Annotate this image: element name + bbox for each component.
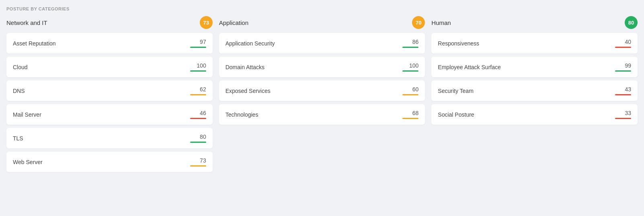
card-score-wrapper: 80: [187, 134, 206, 143]
score-bar: [190, 70, 206, 72]
card-score-wrapper: 68: [399, 110, 418, 119]
card-label: Security Team: [438, 88, 473, 94]
card-label: Responsiveness: [438, 40, 479, 47]
list-item[interactable]: Social Posture33: [431, 104, 638, 125]
column-badge-application: 70: [412, 16, 425, 29]
card-label: Employee Attack Surface: [438, 64, 500, 70]
list-item[interactable]: Cloud100: [6, 57, 213, 77]
card-score-value: 100: [197, 62, 206, 69]
column-title-human: Human: [431, 19, 451, 26]
card-score-wrapper: 99: [612, 62, 631, 72]
score-bar: [402, 47, 418, 48]
card-score-value: 86: [412, 39, 419, 45]
score-bar: [402, 70, 418, 72]
list-item[interactable]: TLS80: [6, 128, 213, 148]
card-score-wrapper: 33: [612, 110, 631, 119]
column-header-application: Application70: [219, 16, 425, 29]
card-label: Mail Server: [13, 111, 41, 118]
list-item[interactable]: Employee Attack Surface99: [431, 57, 638, 77]
card-label: Cloud: [13, 64, 28, 70]
card-score-value: 43: [625, 86, 631, 93]
card-score-wrapper: 40: [612, 39, 631, 48]
card-label: TLS: [13, 135, 23, 142]
score-bar: [615, 118, 631, 119]
score-bar: [402, 94, 418, 95]
column-network-it: Network and IT73Asset Reputation97Cloud1…: [6, 16, 213, 175]
card-label: Exposed Services: [226, 88, 271, 94]
card-score-wrapper: 97: [187, 39, 206, 48]
score-bar: [615, 47, 631, 48]
column-application: Application70Application Security86Domai…: [219, 16, 425, 175]
column-badge-human: 80: [625, 16, 638, 29]
score-bar: [615, 70, 631, 72]
card-label: Technologies: [226, 111, 258, 118]
card-label: Application Security: [226, 40, 275, 47]
column-header-network-it: Network and IT73: [6, 16, 213, 29]
list-item[interactable]: Domain Attacks100: [219, 57, 425, 77]
column-title-network-it: Network and IT: [6, 19, 47, 26]
list-item[interactable]: Web Server73: [6, 152, 213, 172]
card-score-wrapper: 60: [399, 86, 418, 95]
card-score-wrapper: 100: [399, 62, 418, 72]
card-score-value: 100: [409, 62, 418, 69]
card-score-value: 68: [412, 110, 419, 116]
list-item[interactable]: Exposed Services60: [219, 80, 425, 101]
score-bar: [402, 118, 418, 119]
score-bar: [190, 142, 206, 143]
section-title: POSTURE BY CATEGORIES: [6, 6, 638, 11]
card-score-wrapper: 100: [187, 62, 206, 72]
list-item[interactable]: Security Team43: [431, 80, 638, 101]
card-label: Social Posture: [438, 111, 474, 118]
card-score-wrapper: 46: [187, 110, 206, 119]
card-score-value: 80: [200, 134, 206, 140]
card-score-value: 60: [412, 86, 419, 93]
score-bar: [190, 94, 206, 95]
posture-section: POSTURE BY CATEGORIES Network and IT73As…: [6, 6, 638, 175]
card-score-value: 40: [625, 39, 631, 45]
list-item[interactable]: Asset Reputation97: [6, 33, 213, 53]
card-score-value: 62: [200, 86, 206, 93]
card-score-value: 46: [200, 110, 206, 116]
card-score-wrapper: 86: [399, 39, 418, 48]
score-bar: [190, 47, 206, 48]
card-score-value: 97: [200, 39, 206, 45]
card-label: Asset Reputation: [13, 40, 56, 47]
column-human: Human80Responsiveness40Employee Attack S…: [431, 16, 638, 175]
card-score-wrapper: 73: [187, 157, 206, 167]
score-bar: [190, 165, 206, 167]
column-badge-network-it: 73: [200, 16, 213, 29]
card-score-value: 33: [625, 110, 631, 116]
list-item[interactable]: DNS62: [6, 80, 213, 101]
list-item[interactable]: Mail Server46: [6, 104, 213, 125]
card-score-wrapper: 62: [187, 86, 206, 95]
column-header-human: Human80: [431, 16, 638, 29]
score-bar: [615, 94, 631, 95]
card-score-value: 99: [625, 62, 631, 69]
columns-wrapper: Network and IT73Asset Reputation97Cloud1…: [6, 16, 638, 175]
column-title-application: Application: [219, 19, 248, 26]
card-label: Web Server: [13, 159, 43, 165]
card-score-wrapper: 43: [612, 86, 631, 95]
card-label: Domain Attacks: [226, 64, 265, 70]
list-item[interactable]: Technologies68: [219, 104, 425, 125]
card-label: DNS: [13, 88, 25, 94]
card-score-value: 73: [200, 157, 206, 164]
list-item[interactable]: Responsiveness40: [431, 33, 638, 53]
score-bar: [190, 118, 206, 119]
list-item[interactable]: Application Security86: [219, 33, 425, 53]
